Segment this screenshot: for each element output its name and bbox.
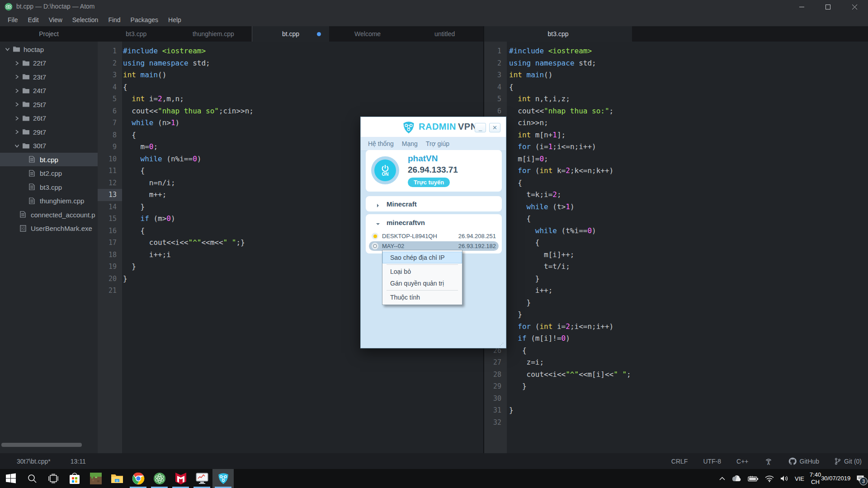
vpn-menu-trợ-giúp[interactable]: Trợ giúp — [426, 140, 449, 147]
chevron-right-icon[interactable] — [15, 74, 20, 80]
right-editor-code[interactable]: #include <iostream>using namespace std;i… — [509, 42, 631, 428]
status-grammar[interactable]: C++ — [736, 458, 748, 465]
tree-item-bt-cpp[interactable]: bt.cpp — [0, 153, 98, 166]
tab-Welcome[interactable]: Welcome — [329, 26, 406, 42]
tray-chevron-up-icon[interactable] — [719, 477, 725, 480]
vpn-dialog-titlebar[interactable]: RADMINVPN _ ✕ — [361, 117, 506, 137]
code-line-10: while (n%i==0) — [123, 153, 254, 165]
tree-horizontal-scrollbar[interactable] — [1, 443, 82, 447]
clock[interactable]: 7:40 CH 30/07/2019 — [811, 471, 849, 486]
teletype-icon[interactable]: A — [764, 457, 773, 465]
taskbar-chrome-icon[interactable] — [127, 469, 149, 488]
network-group-header[interactable]: minecraftvn — [366, 214, 502, 230]
resize-grip[interactable]: ⋰ — [500, 342, 504, 347]
tree-item-26t7[interactable]: 26t7 — [0, 112, 98, 125]
window-minimize-button[interactable] — [788, 0, 815, 14]
right-editor[interactable]: 1234567891011121314151617181920212223242… — [484, 42, 868, 453]
chevron-right-icon[interactable] — [15, 61, 20, 66]
line-number: 29 — [484, 380, 507, 393]
menu-edit[interactable]: Edit — [23, 14, 44, 26]
chevron-down-icon[interactable] — [15, 143, 20, 149]
code-line-4: { — [509, 81, 631, 94]
chevron-right-icon[interactable] — [15, 129, 20, 135]
tree-item-bt2-cpp[interactable]: bt2.cpp — [0, 167, 98, 180]
tree-item-22t7[interactable]: 22t7 — [0, 56, 98, 70]
right-tab-bt3-cpp[interactable]: bt3.cpp — [484, 26, 632, 42]
chevron-down-icon[interactable] — [376, 220, 380, 225]
taskbar-taskview-icon[interactable] — [42, 469, 64, 488]
taskbar-mcafee-icon[interactable] — [170, 469, 191, 488]
menu-file[interactable]: File — [3, 14, 23, 26]
git-status[interactable]: Git (0) — [835, 458, 862, 465]
taskbar-explorer-icon[interactable] — [106, 469, 127, 488]
window-maximize-button[interactable] — [815, 0, 841, 14]
status-encoding[interactable]: UTF-8 — [703, 458, 721, 465]
status-file-path[interactable]: 30t7\bt.cpp* — [17, 458, 51, 465]
chevron-right-icon[interactable] — [376, 202, 380, 206]
file-icon — [29, 197, 37, 205]
taskbar-start-icon[interactable] — [0, 469, 21, 488]
context-menu-item-sao-ch-p-a-ch-ip[interactable]: Sao chép địa chỉ IP — [382, 252, 462, 263]
code-line-15: if (m>0) — [123, 213, 254, 225]
vpn-close-button[interactable]: ✕ — [489, 123, 500, 132]
taskbar-search-icon[interactable] — [21, 469, 42, 488]
chevron-right-icon[interactable] — [15, 102, 20, 107]
tree-item-bt3-cpp[interactable]: bt3.cpp — [0, 180, 98, 194]
speaker-icon[interactable] — [780, 475, 788, 482]
code-line-18: i++;i — [123, 249, 254, 261]
menu-selection[interactable]: Selection — [67, 14, 104, 26]
network-group-minecraft[interactable]: Minecraft — [366, 196, 502, 211]
chevron-down-icon[interactable] — [5, 47, 11, 52]
folder-icon — [22, 142, 30, 150]
code-line-12: { — [509, 177, 631, 189]
svg-text:A: A — [767, 461, 770, 465]
battery-icon[interactable] — [748, 476, 759, 482]
chevron-right-icon[interactable] — [15, 88, 20, 94]
status-cursor-position[interactable]: 13:11 — [71, 458, 86, 465]
context-menu-item-thu-c-t-nh[interactable]: Thuộc tính — [382, 291, 462, 303]
tree-item-25t7[interactable]: 25t7 — [0, 98, 98, 111]
taskbar-store-icon[interactable] — [64, 469, 85, 488]
status-line-ending[interactable]: CRLF — [671, 458, 688, 465]
github-status[interactable]: GitHub — [788, 457, 820, 465]
power-button[interactable]: ON — [371, 156, 399, 184]
modified-dot-icon[interactable] — [317, 32, 321, 36]
tree-item-hoctap[interactable]: hoctap — [0, 42, 98, 56]
tab-bt-cpp[interactable]: bt.cpp — [252, 26, 329, 42]
taskbar-radmin-icon[interactable] — [212, 469, 234, 488]
wifi-icon[interactable] — [765, 475, 774, 482]
action-center-icon[interactable]: 3 — [853, 469, 868, 488]
project-dock-header[interactable]: Project — [0, 26, 98, 42]
taskbar-monitor-icon[interactable] — [191, 469, 212, 488]
peer-row-DESKTOP-L8941QH[interactable]: DESKTOP-L8941QH26.94.208.251 — [372, 231, 496, 241]
chevron-right-icon[interactable] — [15, 116, 20, 121]
peer-row-MAY-02[interactable]: MAY--0226.93.192.182 — [369, 241, 499, 251]
vpn-menu-hệ-thống[interactable]: Hệ thống — [368, 140, 394, 147]
onedrive-icon[interactable] — [731, 475, 741, 482]
taskbar-atom-icon[interactable] — [149, 469, 170, 488]
tree-item-24t7[interactable]: 24t7 — [0, 84, 98, 98]
tree-item-29t7[interactable]: 29t7 — [0, 125, 98, 139]
context-menu-item-lo-i-b-[interactable]: Loại bỏ — [382, 266, 462, 277]
menu-view[interactable]: View — [44, 14, 67, 26]
tree-item-thunghiem-cpp[interactable]: thunghiem.cpp — [0, 194, 98, 208]
line-number: 14 — [98, 201, 122, 213]
tab-bt3-cpp[interactable]: bt3.cpp — [98, 26, 175, 42]
tree-item-connected_account-p[interactable]: connected_account.p — [0, 208, 98, 221]
menu-find[interactable]: Find — [103, 14, 125, 26]
vpn-menu-mạng[interactable]: Mạng — [402, 140, 418, 147]
tab-untitled[interactable]: untitled — [406, 26, 483, 42]
vpn-minimize-button[interactable]: _ — [475, 123, 486, 132]
context-menu-item-g-n-quy-n-qu-n-tr-[interactable]: Gán quyền quản trị — [382, 277, 462, 289]
left-editor-code[interactable]: #include <iostream>using namespace std;i… — [123, 42, 254, 297]
menu-help[interactable]: Help — [163, 14, 186, 26]
tree-item-UserBenchMark-exe[interactable]: UserBenchMark.exe — [0, 222, 98, 235]
taskbar-minecraft-icon[interactable] — [85, 469, 106, 488]
tab-thunghiem-cpp[interactable]: thunghiem.cpp — [175, 26, 252, 42]
tree-item-30t7[interactable]: 30t7 — [0, 139, 98, 153]
language-indicator[interactable]: VIE — [795, 475, 804, 482]
peer-name: DESKTOP-L8941QH — [382, 233, 458, 239]
menu-packages[interactable]: Packages — [126, 14, 163, 26]
window-close-button[interactable] — [841, 0, 868, 14]
tree-item-23t7[interactable]: 23t7 — [0, 70, 98, 84]
